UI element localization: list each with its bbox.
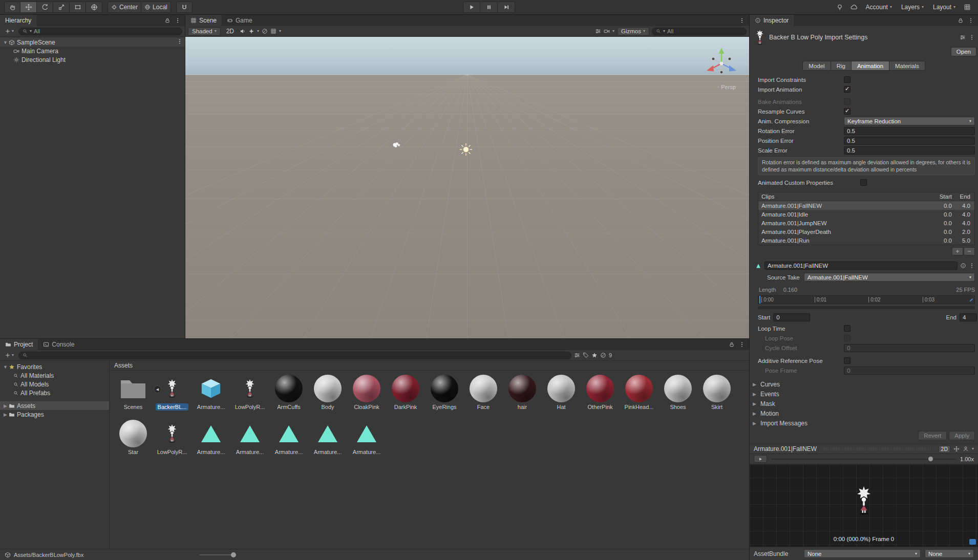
foldout-curves[interactable]: ▶Curves [750,379,978,389]
tab-game[interactable]: Game [222,15,258,26]
orientation-mode-button[interactable]: Local [141,2,171,13]
clip-row[interactable]: Armature.001|JumpNEW0.04.0 [758,219,974,227]
asset-tile-material[interactable]: Body [308,375,347,411]
asset-tile-material[interactable]: ArmCuffs [269,375,308,411]
add-clip-button[interactable] [952,247,963,255]
asset-tile-material[interactable]: Hat [542,375,581,411]
preview-header[interactable]: Armature.001|FallNEW 2D ▾ [750,444,978,454]
directional-light-gizmo[interactable] [459,142,473,157]
snap-settings-button[interactable] [176,2,193,13]
apply-button[interactable]: Apply [949,431,975,440]
tab-animation[interactable]: Animation [852,61,889,71]
preview-play-button[interactable] [754,455,767,463]
rect-tool-button[interactable] [70,2,86,13]
rotate-tool-button[interactable] [37,2,53,13]
presets-icon[interactable] [960,34,966,40]
favorite-all-materials[interactable]: All Materials [0,371,109,380]
tab-project[interactable]: Project [0,339,38,350]
asset-tile-material[interactable]: Shoes [658,375,697,411]
search-by-label-icon[interactable] [583,352,589,358]
expand-subassets-button[interactable]: ◀ [154,385,161,393]
layers-dropdown[interactable]: Layers▾ [897,2,928,13]
thumbnail-size-slider[interactable] [199,554,236,555]
lock-icon[interactable] [164,17,171,24]
scene-camera-icon[interactable] [604,28,610,34]
apps-grid-button[interactable] [961,2,974,13]
scene-search-field[interactable]: ▾ All [652,28,747,35]
chevron-down-icon[interactable]: ▾ [972,447,974,451]
lock-icon[interactable] [729,341,735,348]
create-asset-button[interactable]: ▾ [3,351,16,360]
panel-menu-icon[interactable] [739,17,745,24]
notification-bubble-icon[interactable] [969,539,976,545]
additive-reference-pose-checkbox[interactable] [844,357,851,364]
tool-settings-icon[interactable] [595,28,601,34]
asset-tile-lowpolyr[interactable]: LowPolyR... [230,375,269,411]
scale-tool-button[interactable] [53,2,70,13]
hierarchy-item-directional-light[interactable]: Directional Light [0,55,185,64]
asset-tile-material[interactable]: hair [503,375,542,411]
create-object-button[interactable]: ▾ [3,27,16,36]
clip-row[interactable]: Armature.001|FallNEW0.04.0 [758,201,974,210]
save-search-icon[interactable] [591,352,598,358]
assetbundle-variant-dropdown[interactable]: None▾ [925,549,974,558]
panel-menu-icon[interactable] [739,341,745,348]
play-button[interactable] [463,2,480,13]
asset-tile-material[interactable]: PinkHead... [620,375,658,411]
end-field[interactable]: 4 [960,313,977,321]
foldout-expanded-icon[interactable]: ▼ [2,40,9,45]
hand-tool-button[interactable] [4,2,20,13]
rotation-error-field[interactable]: 0.5 [844,127,975,135]
asset-tile-lowpolyr[interactable]: LowPolyR... [153,420,192,456]
scene-effects-icon[interactable] [248,28,254,34]
shading-mode-dropdown[interactable]: Shaded▾ [188,27,221,36]
asset-tile-animation[interactable]: Armature... [308,420,347,456]
tree-item-assets[interactable]: ▶ Assets [0,401,109,410]
assetbundle-dropdown[interactable]: None▾ [804,549,921,558]
slider-knob[interactable] [231,552,236,557]
search-by-type-icon[interactable] [574,352,580,358]
revert-button[interactable]: Revert [918,431,947,440]
pause-button[interactable] [480,2,498,13]
favorites-root[interactable]: ▼ Favorites [0,362,109,371]
remove-clip-button[interactable] [964,247,975,255]
project-search-field[interactable] [18,352,571,359]
timeline-playhead[interactable] [759,296,760,304]
position-error-field[interactable]: 0.5 [844,137,975,145]
resample-curves-checkbox[interactable] [844,108,851,115]
layout-dropdown[interactable]: Layout▾ [929,2,960,13]
clip-row[interactable]: Armature.001|Run0.05.0 [758,236,974,245]
foldout-motion[interactable]: ▶Motion [750,408,978,418]
scene-menu-icon[interactable] [177,38,183,45]
tab-console[interactable]: Console [38,339,79,350]
asset-tile-material[interactable]: Face [464,375,503,411]
asset-tile-animation[interactable]: Armature... [230,420,269,456]
foldout-import-messages[interactable]: ▶Import Messages [750,418,978,428]
preview-gizmo-icon[interactable] [953,446,960,452]
asset-tile-material[interactable]: CloakPink [347,375,386,411]
source-take-dropdown[interactable]: Armature.001|FallNEW▾ [804,273,975,282]
slider-knob[interactable] [928,457,933,461]
toggle-2d-button[interactable]: 2D [223,27,237,36]
asset-tile-scenes[interactable]: Scenes [114,375,153,411]
foldout-collapsed-icon[interactable]: ▶ [2,403,9,408]
transform-tool-button[interactable] [86,2,102,13]
asset-tile-animation[interactable]: Armature... [269,420,308,456]
tab-model[interactable]: Model [802,61,831,71]
favorite-all-models[interactable]: All Models [0,380,109,389]
foldout-events[interactable]: ▶Events [750,389,978,399]
asset-tile-material[interactable]: Skirt [697,375,736,411]
start-field[interactable]: 0 [773,313,810,321]
anim-compression-dropdown[interactable]: Keyframe Reduction▾ [844,117,975,125]
gizmos-dropdown[interactable]: Gizmos▾ [617,27,649,36]
step-button[interactable] [498,2,515,13]
foldout-expanded-icon[interactable]: ▼ [2,364,9,370]
asset-tile-material[interactable]: DarkPink [386,375,425,411]
scene-grid-toggle-icon[interactable] [270,28,277,34]
lock-icon[interactable] [958,17,964,24]
progress-activity-button[interactable] [833,2,846,13]
preview-drag-handle[interactable] [824,447,931,451]
foldout-collapsed-icon[interactable]: ▶ [2,412,9,417]
clip-menu-icon[interactable] [969,263,975,269]
tab-materials[interactable]: Materials [889,61,925,71]
